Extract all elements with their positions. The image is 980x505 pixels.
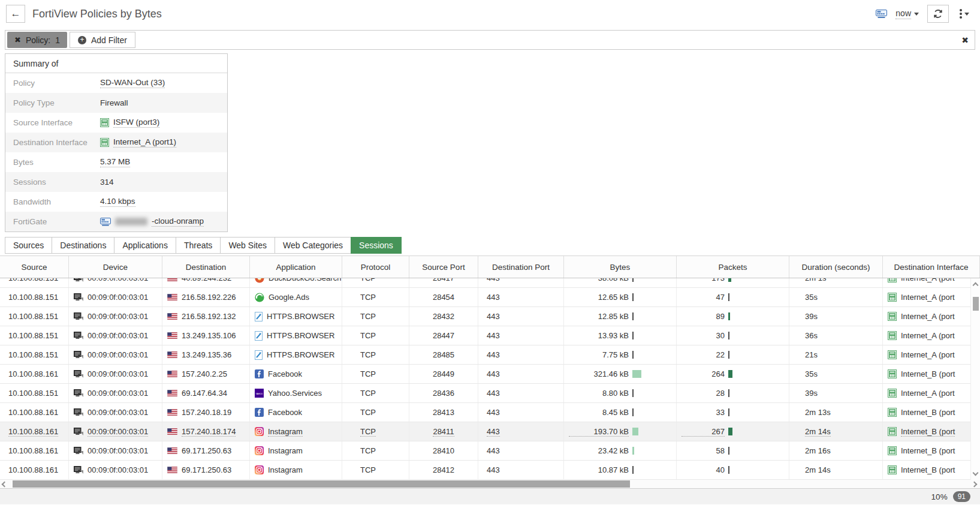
tab-web-categories[interactable]: Web Categories [275,237,351,254]
summary-value-text[interactable]: 4.10 kbps [100,197,135,207]
cell-protocol-label: TCP [360,446,376,455]
table-row[interactable]: 10.100.88.16100:09:0f:00:03:01157.240.18… [0,422,980,441]
vertical-scrollbar-thumb[interactable] [973,297,979,311]
cell-source-label: 10.100.88.161 [8,465,58,474]
table-row[interactable]: 10.100.88.15100:09:0f:00:03:0169.147.64.… [0,384,980,403]
cell-source-port-label: 28447 [433,331,454,340]
cell-destination: 157.240.2.25 [162,365,250,383]
column-header-destination[interactable]: Destination [162,256,250,278]
usage-percent: 10% [931,492,948,501]
cell-destination-port-label: 443 [487,446,500,455]
interface-name: Internet_A (port [901,278,955,282]
summary-value-text[interactable]: ISFW (port3) [113,118,159,128]
table-row[interactable]: 10.100.88.15100:09:0f:00:03:0113.249.135… [0,345,980,365]
table-row[interactable]: 10.100.88.16100:09:0f:00:03:01157.240.2.… [0,365,980,384]
clear-filters-icon[interactable]: ✖ [961,35,969,45]
instagram-icon [255,427,264,436]
more-menu-button[interactable] [957,8,972,20]
tab-web-sites[interactable]: Web Sites [220,237,275,254]
table-row[interactable]: 10.100.88.16100:09:0f:00:03:0169.171.250… [0,461,980,480]
value-bar [728,408,729,416]
column-header-source-port[interactable]: Source Port [409,256,478,278]
summary-label: Destination Interface [5,138,100,147]
destination-ip: 157.240.18.19 [182,408,231,417]
bytes-value: 23.42 kB [569,446,629,455]
summary-row-bytes: Bytes5.37 MB [5,152,227,172]
remove-filter-icon[interactable]: ✖ [14,35,21,44]
cell-duration: 2m 16s [789,441,883,460]
tab-destinations[interactable]: Destinations [52,237,114,254]
table-row[interactable]: 10.100.88.15100:09:0f:00:03:0140.89.244.… [0,278,980,288]
column-header-application[interactable]: Application [250,256,342,278]
cell-source-label: 10.100.88.151 [8,331,58,340]
cell-source-label: 10.100.88.161 [8,427,58,437]
value-bar [728,370,732,378]
refresh-button[interactable] [927,5,949,23]
notification-count-badge[interactable]: 91 [953,491,970,502]
cell-destination: 157.240.18.174 [162,422,250,441]
summary-label: Policy Type [5,98,100,107]
cell-duration: 36s [789,326,883,345]
tab-threats[interactable]: Threats [176,237,221,254]
bar-container [629,293,671,301]
table-row[interactable]: 10.100.88.16100:09:0f:00:03:01157.240.18… [0,403,980,422]
summary-value-text[interactable]: -cloud-onramp [152,217,204,227]
vertical-scrollbar[interactable] [970,278,980,480]
column-header-duration-seconds-[interactable]: Duration (seconds) [789,256,883,278]
device-icon [74,389,83,397]
summary-value-text[interactable]: 5.37 MB [100,157,130,167]
interface-name: Internet_A (port [901,293,955,302]
summary-label: Bandwidth [5,197,100,206]
column-header-source[interactable]: Source [0,256,69,278]
title-bar: ← FortiView Policies by Bytes now [0,0,980,28]
scroll-left-icon[interactable] [2,481,8,487]
cell-bytes: 8.45 kB [564,403,677,422]
scroll-down-icon[interactable] [973,470,979,476]
table-row[interactable]: 10.100.88.15100:09:0f:00:03:01216.58.192… [0,288,980,307]
application-name: Facebook [268,369,302,378]
bar-container [725,447,784,455]
filter-chip-label: Policy: [26,35,50,45]
table-row[interactable]: 10.100.88.15100:09:0f:00:03:0113.249.135… [0,326,980,345]
packets-value: 33 [682,408,725,417]
cell-duration-label: 35s [805,293,818,302]
column-header-protocol[interactable]: Protocol [342,256,409,278]
summary-value-text: Firewall [100,98,128,107]
cell-destination-port-label: 443 [487,278,500,282]
cell-device: 00:09:0f:00:03:01 [69,345,162,364]
column-header-device[interactable]: Device [69,256,162,278]
cell-source-port: 28436 [409,384,478,402]
back-button[interactable]: ← [6,5,25,23]
application-name: HTTPS.BROWSER [267,350,334,359]
cell-bytes: 13.93 kB [564,326,677,345]
table-row[interactable]: 10.100.88.16100:09:0f:00:03:0169.171.250… [0,441,980,461]
summary-value-text: 314 [100,178,114,187]
value-bar [632,293,634,301]
horizontal-scrollbar[interactable] [0,480,980,488]
scroll-right-icon[interactable] [972,481,978,487]
tab-applications[interactable]: Applications [114,237,176,254]
horizontal-scrollbar-thumb[interactable] [13,480,630,488]
summary-value-text[interactable]: SD-WAN-Out (33) [100,78,165,88]
us-flag-icon [167,447,177,454]
policy-filter-chip[interactable]: ✖ Policy: 1 [7,32,67,48]
summary-value: 5.37 MB [100,157,130,167]
tab-sources[interactable]: Sources [5,237,52,254]
cell-packets: 47 [677,288,789,306]
interface-name: Internet_A (port [901,350,955,359]
table-row[interactable]: 10.100.88.15100:09:0f:00:03:01216.58.192… [0,307,980,326]
column-header-bytes[interactable]: Bytes [564,256,677,278]
tab-sessions[interactable]: Sessions [351,237,402,254]
cell-source-port: 28454 [409,288,478,306]
column-header-packets[interactable]: Packets [677,256,789,278]
cell-destination-interface: Internet_B (port [883,403,980,422]
time-range-dropdown[interactable]: now [895,8,919,19]
column-header-destination-interface[interactable]: Destination Interface [883,256,980,278]
column-header-destination-port[interactable]: Destination Port [478,256,564,278]
cell-source-port-label: 28411 [433,427,454,437]
cell-duration-label: 39s [805,312,818,321]
scroll-up-icon[interactable] [973,282,979,288]
summary-value-text[interactable]: Internet_A (port1) [113,137,176,148]
cell-destination-interface: Internet_A (port [883,307,980,326]
add-filter-button[interactable]: + Add Filter [70,32,135,48]
